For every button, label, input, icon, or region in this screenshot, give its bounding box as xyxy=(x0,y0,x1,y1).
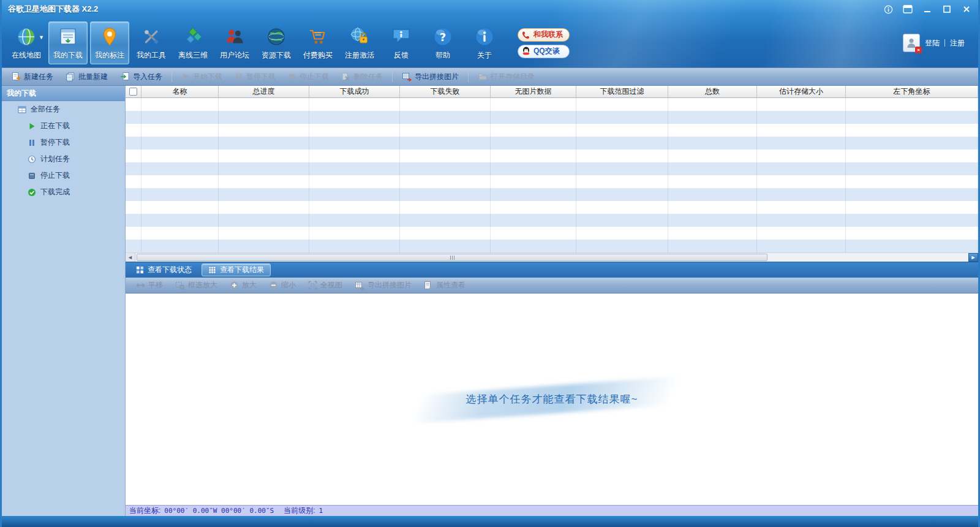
about-icon xyxy=(474,26,495,48)
table-cell xyxy=(141,227,219,240)
close-icon[interactable] xyxy=(961,4,972,14)
table-row[interactable] xyxy=(126,188,978,201)
toolbar-item-label: 我的标注 xyxy=(95,50,124,61)
table-row[interactable] xyxy=(126,214,978,227)
map-pin-icon xyxy=(99,26,120,48)
info-icon[interactable] xyxy=(883,4,894,14)
table-cell xyxy=(757,98,846,111)
sidebar-item-label: 暂停下载 xyxy=(40,137,70,148)
toolbar-item-label: 帮助 xyxy=(435,50,450,61)
sidebar-item-scheduled[interactable]: 计划任务 xyxy=(2,151,125,167)
table-cell xyxy=(668,240,757,252)
table-row[interactable] xyxy=(126,150,978,162)
batch-new-button[interactable]: 批量新建 xyxy=(60,69,113,84)
qq-chat-button[interactable]: QQ交谈 xyxy=(518,45,570,58)
pan-icon xyxy=(136,281,145,289)
horizontal-scrollbar[interactable]: ◄ ► xyxy=(126,252,978,262)
login-link[interactable]: 登陆 xyxy=(925,38,940,48)
zoom-out-button[interactable]: 缩小 xyxy=(263,279,301,292)
table-cell xyxy=(757,137,846,150)
new-task-button[interactable]: 新建任务 xyxy=(6,69,59,84)
sidebar-item-all-tasks[interactable]: 全部任务 xyxy=(2,101,125,118)
pan-button[interactable]: 平移 xyxy=(130,279,168,292)
minimize-icon[interactable] xyxy=(922,4,933,14)
start-download-button[interactable]: 开始下载 xyxy=(176,69,228,84)
column-header[interactable]: 名称 xyxy=(141,86,219,97)
toolbar-item-purchase[interactable]: 付费购买 xyxy=(298,21,337,64)
delete-task-button[interactable]: 删除任务 xyxy=(336,69,388,84)
view-properties-button[interactable]: 属性查看 xyxy=(418,279,471,292)
register-link[interactable]: 注册 xyxy=(950,38,965,48)
toolbar-item-user-forum[interactable]: 用户论坛 xyxy=(215,21,254,64)
export-stitched-image-button-2[interactable]: 导出拼接图片 xyxy=(349,279,417,292)
toolbar-item-about[interactable]: 关于 xyxy=(465,21,504,64)
toolbar-item-register[interactable]: 注册激活 xyxy=(340,21,379,64)
pause-download-button[interactable]: 暂停下载 xyxy=(229,69,281,84)
table-row[interactable] xyxy=(126,98,978,111)
column-header[interactable]: 总进度 xyxy=(219,86,309,97)
column-header[interactable]: 无图片数据 xyxy=(491,86,576,97)
full-view-button[interactable]: 全视图 xyxy=(303,279,348,292)
table-row[interactable] xyxy=(126,240,978,252)
table-row[interactable] xyxy=(126,137,978,150)
scrollbar-thumb[interactable] xyxy=(137,254,767,261)
table-cell xyxy=(219,175,309,188)
column-header[interactable]: 估计存储大小 xyxy=(757,86,846,97)
export-stitched-image-button[interactable]: 导出拼接图片 xyxy=(396,69,464,84)
scroll-left-icon[interactable]: ◄ xyxy=(126,253,135,262)
table-cell xyxy=(309,111,400,124)
titlebar[interactable]: 谷歌卫星地图下载器 X2.2 xyxy=(2,0,978,18)
stop-download-button[interactable]: 停止下载 xyxy=(282,69,334,84)
maximize-icon[interactable] xyxy=(941,4,952,14)
avatar[interactable]: × xyxy=(903,34,920,52)
table-cell xyxy=(668,150,757,162)
sidebar-item-completed[interactable]: 下载完成 xyxy=(2,184,125,200)
toolbar-item-resource-download[interactable]: 资源下载 xyxy=(257,21,296,64)
table-row[interactable] xyxy=(126,227,978,240)
import-task-button[interactable]: 导入任务 xyxy=(115,69,168,84)
tab-download-results[interactable]: 查看下载结果 xyxy=(202,264,271,276)
pan-label: 平移 xyxy=(148,280,163,290)
table-row[interactable] xyxy=(126,201,978,214)
toolbar-item-label: 我的工具 xyxy=(137,50,166,61)
table-cell xyxy=(219,240,309,252)
main-toolbar: ▼ 在线地图 我的下载 我的标注 我的工具 xyxy=(2,18,978,67)
toolbar-item-my-annotations[interactable]: 我的标注 xyxy=(90,21,129,64)
chevron-down-icon[interactable]: ▼ xyxy=(39,34,44,40)
contact-me-button[interactable]: 和我联系 xyxy=(518,28,570,42)
table-row[interactable] xyxy=(126,124,978,137)
sidebar-item-paused[interactable]: 暂停下载 xyxy=(2,134,125,151)
sidebar-item-stopped[interactable]: 停止下载 xyxy=(2,167,125,184)
sidebar-item-downloading[interactable]: 正在下载 xyxy=(2,118,125,134)
toolbar-item-online-map[interactable]: ▼ 在线地图 xyxy=(7,21,46,64)
toolbar-item-help[interactable]: ? 帮助 xyxy=(423,21,462,64)
table-row[interactable] xyxy=(126,111,978,124)
table-cell xyxy=(668,188,757,201)
column-header[interactable]: 下载失败 xyxy=(400,86,491,97)
toolbar-item-offline-3d[interactable]: 离线三维 xyxy=(173,21,213,64)
column-header[interactable]: 下载成功 xyxy=(309,86,400,97)
scroll-right-icon[interactable]: ► xyxy=(968,253,978,262)
import-task-icon xyxy=(120,72,130,82)
table-row[interactable] xyxy=(126,162,978,175)
content-column: 名称 总进度 下载成功 下载失败 无图片数据 下载范围过滤 总数 估计存储大小 … xyxy=(126,86,978,516)
table-row[interactable] xyxy=(126,175,978,188)
box-zoom-button[interactable]: 框选放大 xyxy=(170,279,223,292)
column-header[interactable]: 左下角坐标 xyxy=(846,86,978,97)
toolbar-item-my-tools[interactable]: 我的工具 xyxy=(132,21,171,64)
column-header[interactable]: 总数 xyxy=(668,86,757,97)
select-all-checkbox[interactable] xyxy=(129,88,137,96)
open-storage-dir-button[interactable]: 打开存储目录 xyxy=(472,69,540,84)
zoom-in-button[interactable]: 放大 xyxy=(224,279,262,292)
table-cell xyxy=(309,150,400,162)
contact-me-label: 和我联系 xyxy=(533,29,563,40)
qq-chat-label: QQ交谈 xyxy=(533,46,560,56)
toolbar-item-feedback[interactable]: 反馈 xyxy=(382,21,421,64)
level-value: 1 xyxy=(319,507,323,515)
sidebar: 我的下载 全部任务 正在下载 暂停下载 计划任务 停止下载 xyxy=(2,86,126,516)
table-cell xyxy=(219,124,309,137)
skin-icon[interactable] xyxy=(902,4,913,14)
column-header[interactable]: 下载范围过滤 xyxy=(576,86,668,97)
tab-download-status[interactable]: 查看下载状态 xyxy=(129,264,198,276)
toolbar-item-my-downloads[interactable]: 我的下载 xyxy=(48,21,88,64)
